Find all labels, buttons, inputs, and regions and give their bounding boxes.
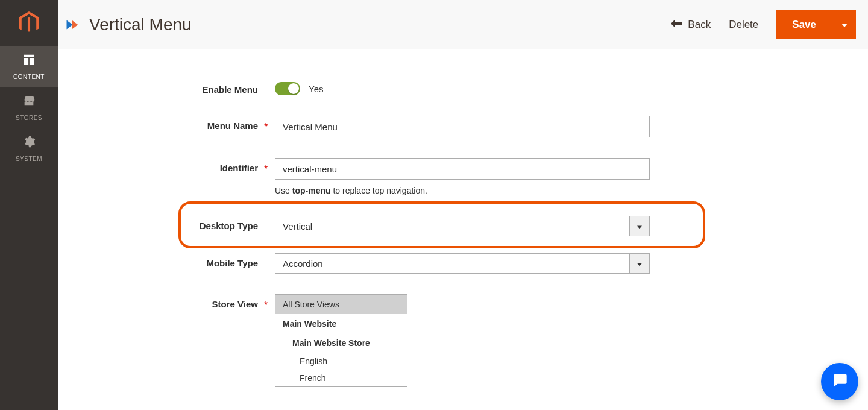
arrow-left-icon bbox=[671, 19, 682, 31]
store-option-all[interactable]: All Store Views bbox=[275, 295, 407, 314]
back-label: Back bbox=[688, 19, 711, 31]
page-header: Vertical Menu Back Delete Save bbox=[58, 0, 868, 49]
field-label: Mobile Type bbox=[58, 253, 275, 268]
sidebar-item-label: SYSTEM bbox=[16, 156, 42, 162]
chat-icon bbox=[831, 372, 849, 391]
sidebar-item-system[interactable]: SYSTEM bbox=[0, 128, 58, 169]
chat-widget[interactable] bbox=[821, 363, 858, 400]
stores-icon bbox=[22, 94, 36, 111]
save-button[interactable]: Save bbox=[776, 10, 832, 39]
back-button[interactable]: Back bbox=[671, 19, 711, 31]
field-label: Store View bbox=[58, 294, 275, 309]
field-menu-name: Menu Name bbox=[58, 116, 844, 137]
sidebar-item-label: CONTENT bbox=[13, 74, 45, 80]
mobile-type-select[interactable]: Accordion bbox=[275, 253, 650, 274]
menu-form: Enable Menu Yes Menu Name Identifier bbox=[58, 49, 868, 408]
field-label: Menu Name bbox=[58, 116, 275, 131]
toggle-state-label: Yes bbox=[309, 84, 323, 94]
main-content: Vertical Menu Back Delete Save bbox=[58, 0, 868, 410]
chevron-down-icon bbox=[637, 258, 642, 269]
toggle-knob bbox=[288, 83, 299, 94]
save-dropdown-toggle[interactable] bbox=[832, 10, 856, 39]
store-group-store[interactable]: Main Website Store bbox=[275, 333, 407, 353]
field-label: Identifier bbox=[58, 158, 275, 173]
sidebar-item-stores[interactable]: STORES bbox=[0, 87, 58, 128]
field-mobile-type: Mobile Type Accordion bbox=[58, 253, 844, 274]
page-title: Vertical Menu bbox=[89, 15, 192, 34]
store-view-listbox[interactable]: All Store Views Main Website Main Websit… bbox=[275, 294, 407, 387]
select-value: Vertical bbox=[275, 216, 629, 236]
desktop-type-select[interactable]: Vertical bbox=[275, 216, 650, 236]
field-label: Desktop Type bbox=[58, 216, 275, 231]
identifier-hint: Use top-menu to replace top navigation. bbox=[275, 186, 650, 195]
field-desktop-type: Desktop Type Vertical bbox=[58, 216, 844, 236]
select-value: Accordion bbox=[275, 253, 629, 274]
select-toggle[interactable] bbox=[629, 253, 650, 274]
content-icon bbox=[22, 53, 36, 70]
menu-name-input[interactable] bbox=[275, 116, 650, 137]
store-option-english[interactable]: English bbox=[275, 353, 407, 370]
delete-label: Delete bbox=[729, 19, 758, 30]
store-group-website[interactable]: Main Website bbox=[275, 314, 407, 333]
admin-sidebar: CONTENT STORES SYSTEM bbox=[0, 0, 58, 410]
field-identifier: Identifier Use top-menu to replace top n… bbox=[58, 158, 844, 195]
sidebar-item-label: STORES bbox=[16, 115, 42, 121]
enable-menu-toggle[interactable] bbox=[275, 82, 300, 95]
delete-button[interactable]: Delete bbox=[729, 19, 758, 31]
module-icon bbox=[65, 16, 83, 34]
select-toggle[interactable] bbox=[629, 216, 650, 236]
field-label: Enable Menu bbox=[58, 80, 275, 95]
magento-logo[interactable] bbox=[0, 0, 58, 46]
store-option-french[interactable]: French bbox=[275, 370, 407, 386]
system-icon bbox=[22, 135, 36, 152]
field-enable-menu: Enable Menu Yes bbox=[58, 80, 844, 95]
identifier-input[interactable] bbox=[275, 158, 650, 180]
sidebar-item-content[interactable]: CONTENT bbox=[0, 46, 58, 87]
chevron-down-icon bbox=[637, 221, 642, 232]
field-store-view: Store View All Store Views Main Website … bbox=[58, 294, 844, 387]
chevron-down-icon bbox=[841, 20, 848, 29]
